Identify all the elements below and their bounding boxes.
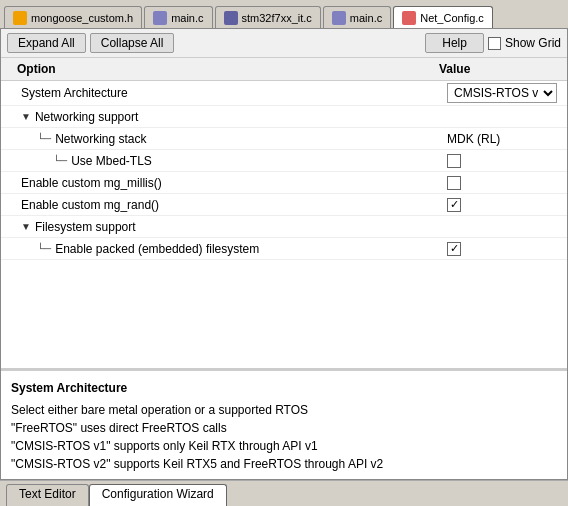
- net-stack-label: Networking stack: [55, 132, 146, 146]
- mg-rand-checkbox[interactable]: [447, 198, 461, 212]
- row-packed-fs: └─ Enable packed (embedded) filesystem: [1, 238, 567, 260]
- fs-support-label: Filesystem support: [35, 220, 136, 234]
- value-use-mbed: [447, 154, 567, 168]
- value-mg-millis: [447, 176, 567, 190]
- mainc1-file-icon: [153, 11, 167, 25]
- value-net-stack: MDK (RL): [447, 132, 567, 146]
- mg-rand-label: Enable custom mg_rand(): [21, 198, 159, 212]
- label-net-support: ▼ Networking support: [1, 110, 447, 124]
- row-use-mbed: └─ Use Mbed-TLS: [1, 150, 567, 172]
- description-line-1: Select either bare metal operation or a …: [11, 401, 557, 419]
- expand-all-button[interactable]: Expand All: [7, 33, 86, 53]
- sys-arch-dropdown[interactable]: CMSIS-RTOS v1 Bare metal FreeRTOS CMSIS-…: [447, 83, 557, 103]
- label-net-stack: └─ Networking stack: [1, 132, 447, 146]
- netconfig-file-icon: [402, 11, 416, 25]
- tab-mainc2[interactable]: main.c: [323, 6, 391, 28]
- stm-file-icon: [224, 11, 238, 25]
- bottom-tab-text-editor[interactable]: Text Editor: [6, 484, 89, 506]
- use-mbed-line-icon: └─: [53, 155, 67, 166]
- description-line-4: "CMSIS-RTOS v2" supports Keil RTX5 and F…: [11, 455, 557, 473]
- header-value: Value: [439, 62, 559, 76]
- tab-stm-label: stm32f7xx_it.c: [242, 12, 312, 24]
- bottom-tab-config-wizard[interactable]: Configuration Wizard: [89, 484, 227, 506]
- packed-fs-label: Enable packed (embedded) filesystem: [55, 242, 259, 256]
- use-mbed-checkbox[interactable]: [447, 154, 461, 168]
- show-grid-text: Show Grid: [505, 36, 561, 50]
- collapse-all-button[interactable]: Collapse All: [90, 33, 175, 53]
- toolbar: Expand All Collapse All Help Show Grid: [1, 29, 567, 58]
- row-net-stack: └─ Networking stack MDK (RL): [1, 128, 567, 150]
- tab-mainc2-label: main.c: [350, 12, 382, 24]
- label-mg-millis: Enable custom mg_millis(): [1, 176, 447, 190]
- net-stack-line-icon: └─: [37, 133, 51, 144]
- packed-fs-line-icon: └─: [37, 243, 51, 254]
- tab-mainc1[interactable]: main.c: [144, 6, 212, 28]
- value-sys-arch[interactable]: CMSIS-RTOS v1 Bare metal FreeRTOS CMSIS-…: [447, 83, 567, 103]
- row-mg-millis: Enable custom mg_millis(): [1, 172, 567, 194]
- mongoose-file-icon: [13, 11, 27, 25]
- main-area: Expand All Collapse All Help Show Grid O…: [0, 28, 568, 480]
- tab-mongoose-label: mongoose_custom.h: [31, 12, 133, 24]
- packed-fs-checkbox[interactable]: [447, 242, 461, 256]
- label-use-mbed: └─ Use Mbed-TLS: [1, 154, 447, 168]
- sys-arch-label: System Architecture: [21, 86, 128, 100]
- bottom-tab-bar: Text Editor Configuration Wizard: [0, 480, 568, 506]
- mg-millis-checkbox[interactable]: [447, 176, 461, 190]
- net-support-label: Networking support: [35, 110, 138, 124]
- label-fs-support: ▼ Filesystem support: [1, 220, 447, 234]
- tab-bar: mongoose_custom.h main.c stm32f7xx_it.c …: [0, 0, 568, 28]
- row-fs-support: ▼ Filesystem support: [1, 216, 567, 238]
- description-line-3: "CMSIS-RTOS v1" supports only Keil RTX t…: [11, 437, 557, 455]
- tab-netconfig[interactable]: Net_Config.c: [393, 6, 493, 28]
- row-net-support: ▼ Networking support: [1, 106, 567, 128]
- row-mg-rand: Enable custom mg_rand(): [1, 194, 567, 216]
- bottom-tab-config-wizard-label: Configuration Wizard: [102, 487, 214, 501]
- label-mg-rand: Enable custom mg_rand(): [1, 198, 447, 212]
- config-area: Option Value System Architecture CMSIS-R…: [1, 58, 567, 369]
- show-grid-checkbox[interactable]: [488, 37, 501, 50]
- tab-mainc1-label: main.c: [171, 12, 203, 24]
- description-title: System Architecture: [11, 379, 557, 397]
- row-sys-arch: System Architecture CMSIS-RTOS v1 Bare m…: [1, 81, 567, 106]
- description-line-2: "FreeRTOS" uses direct FreeRTOS calls: [11, 419, 557, 437]
- fs-support-expand-icon[interactable]: ▼: [21, 221, 31, 232]
- description-area: System Architecture Select either bare m…: [1, 369, 567, 479]
- bottom-tab-text-editor-label: Text Editor: [19, 487, 76, 501]
- tab-stm[interactable]: stm32f7xx_it.c: [215, 6, 321, 28]
- use-mbed-label: Use Mbed-TLS: [71, 154, 152, 168]
- mg-millis-label: Enable custom mg_millis(): [21, 176, 162, 190]
- value-packed-fs: [447, 242, 567, 256]
- tab-netconfig-label: Net_Config.c: [420, 12, 484, 24]
- tab-mongoose[interactable]: mongoose_custom.h: [4, 6, 142, 28]
- label-sys-arch: System Architecture: [1, 86, 447, 100]
- net-stack-value: MDK (RL): [447, 132, 500, 146]
- label-packed-fs: └─ Enable packed (embedded) filesystem: [1, 242, 447, 256]
- config-header: Option Value: [1, 58, 567, 81]
- show-grid-label: Show Grid: [488, 36, 561, 50]
- header-option: Option: [9, 62, 439, 76]
- value-mg-rand: [447, 198, 567, 212]
- help-button[interactable]: Help: [425, 33, 484, 53]
- mainc2-file-icon: [332, 11, 346, 25]
- net-support-expand-icon[interactable]: ▼: [21, 111, 31, 122]
